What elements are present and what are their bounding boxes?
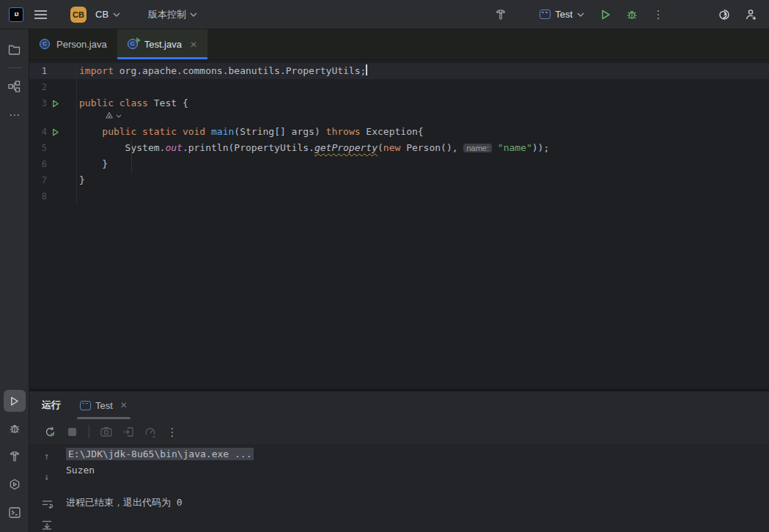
line-number: 1 (29, 63, 47, 79)
indent-guide (131, 140, 132, 172)
vcs-label: 版本控制 (148, 8, 186, 21)
tab-test-java[interactable]: C Test.java ✕ (117, 29, 207, 59)
chevron-down-icon (190, 12, 197, 17)
sidebar-item-services[interactable] (4, 473, 26, 495)
tab-label: Test.java (144, 39, 182, 50)
tab-label: Person.java (56, 39, 107, 50)
class-icon: C (40, 39, 51, 51)
capture-snapshot-button[interactable] (97, 422, 116, 441)
line-number: 7 (29, 172, 47, 188)
tool-window-stripe: ⋯ (0, 29, 29, 532)
sidebar-item-run[interactable] (4, 390, 26, 412)
line-number: 5 (29, 140, 47, 156)
sidebar-item-project[interactable] (4, 38, 26, 60)
editor-tab-strip: C Person.java C Test.java ✕ (29, 29, 769, 60)
add-user-icon (744, 8, 757, 21)
code-editor[interactable]: 1import org.apache.commons.beanutils.Pro… (29, 60, 769, 388)
ai-prompt-icon[interactable] (79, 111, 769, 120)
run-tool-window: 运行 Test ✕ (29, 388, 769, 532)
gauge-icon (144, 426, 156, 437)
run-tab-test[interactable]: Test ✕ (77, 391, 130, 419)
code-line[interactable]: 5 System.out.println(PropertyUtils.getPr… (29, 140, 769, 156)
ai-inlay-hint[interactable] (29, 111, 769, 124)
arrow-down-icon: ↓ (44, 471, 50, 482)
build-project-button[interactable] (491, 5, 510, 24)
folder-icon (8, 44, 21, 55)
run-configuration-selector[interactable]: Test (535, 7, 589, 22)
code-line[interactable]: 7} (29, 172, 769, 188)
text-caret (366, 64, 367, 75)
gutter-run-icon[interactable] (47, 128, 63, 136)
ai-assistant-button[interactable] (715, 5, 734, 24)
gutter-run-icon[interactable] (47, 100, 63, 108)
ide-window: IJ CB CB 版本控制 Test (0, 0, 769, 532)
code-line[interactable]: 4 public static void main(String[] args)… (29, 124, 769, 140)
console-line[interactable] (66, 479, 769, 495)
structure-icon (8, 81, 21, 92)
chevron-down-icon (113, 12, 120, 17)
app-window-icon (80, 401, 91, 410)
runnable-class-icon: C (128, 39, 139, 51)
console-more-button[interactable]: ⋮ (163, 422, 182, 441)
sidebar-item-debug[interactable] (4, 418, 26, 440)
console-line[interactable]: 进程已结束，退出代码为 0 (66, 495, 769, 511)
more-actions-button[interactable]: ⋮ (649, 5, 668, 24)
console-line[interactable]: E:\JDK\jdk-8u65\bin\java.exe ... (66, 446, 769, 462)
line-number: 4 (29, 124, 47, 140)
main-menu-button[interactable] (31, 5, 50, 24)
prev-occurrence-button[interactable]: ↑ (39, 448, 55, 463)
close-icon[interactable]: ✕ (190, 40, 197, 50)
code-line[interactable]: 8 (29, 188, 769, 204)
run-button[interactable] (596, 5, 615, 24)
scroll-end-icon (42, 520, 52, 530)
rerun-button[interactable] (40, 422, 59, 441)
run-tab-label: Test (95, 400, 113, 411)
main-toolbar: IJ CB CB 版本控制 Test (0, 0, 769, 29)
console-output: E:\JDK\jdk-8u65\bin\java.exe ...Suzen 进程… (65, 444, 769, 532)
run-console[interactable]: ↑ ↓ E:\J (29, 444, 769, 532)
run-configuration-name: Test (555, 9, 573, 20)
scroll-to-end-button[interactable] (39, 517, 55, 532)
debug-button[interactable] (622, 5, 641, 24)
sidebar-item-terminal[interactable] (4, 501, 26, 523)
hammer-icon (495, 9, 507, 21)
sidebar-item-more[interactable]: ⋯ (4, 103, 26, 125)
console-line[interactable]: Suzen (66, 462, 769, 479)
ellipsis-vertical-icon: ⋮ (167, 426, 178, 437)
ai-spiral-icon (718, 8, 731, 21)
hammer-icon (9, 451, 21, 462)
vcs-widget[interactable]: 版本控制 (148, 8, 197, 21)
run-panel-header: 运行 Test ✕ (29, 391, 769, 419)
intellij-logo-icon: IJ (9, 7, 23, 22)
line-number: 6 (29, 156, 47, 172)
soft-wrap-button[interactable] (39, 497, 55, 511)
next-occurrence-button[interactable]: ↓ (39, 469, 55, 484)
code-line[interactable]: 2 (29, 79, 769, 95)
app-window-icon (540, 10, 551, 19)
sign-in-icon (122, 426, 134, 437)
camera-icon (100, 426, 112, 437)
sidebar-item-structure[interactable] (4, 75, 26, 97)
tab-person-java[interactable]: C Person.java (29, 29, 117, 59)
code-rows: 1import org.apache.commons.beanutils.Pro… (29, 63, 769, 204)
code-line[interactable]: 6 } (29, 156, 769, 172)
line-number: 8 (29, 188, 47, 204)
profiler-button[interactable] (141, 422, 160, 441)
project-badge[interactable]: CB (70, 7, 87, 23)
sidebar-item-build[interactable] (4, 446, 26, 468)
close-icon[interactable]: ✕ (120, 400, 128, 410)
chevron-down-icon (577, 12, 584, 17)
attach-process-button[interactable] (119, 422, 138, 441)
project-switcher[interactable]: CB (89, 7, 125, 22)
arrow-up-icon: ↑ (44, 451, 50, 462)
code-line[interactable]: 1import org.apache.commons.beanutils.Pro… (29, 63, 769, 79)
toolbar-divider (89, 425, 89, 438)
ellipsis-horizontal-icon: ⋯ (9, 109, 20, 120)
run-tool-window-icon (9, 396, 20, 407)
stop-button[interactable] (62, 422, 81, 441)
run-icon (600, 9, 611, 21)
hamburger-icon (34, 10, 47, 20)
code-with-me-button[interactable] (741, 5, 760, 24)
code-line[interactable]: 3public class Test { (29, 95, 769, 111)
project-name: CB (95, 9, 108, 20)
